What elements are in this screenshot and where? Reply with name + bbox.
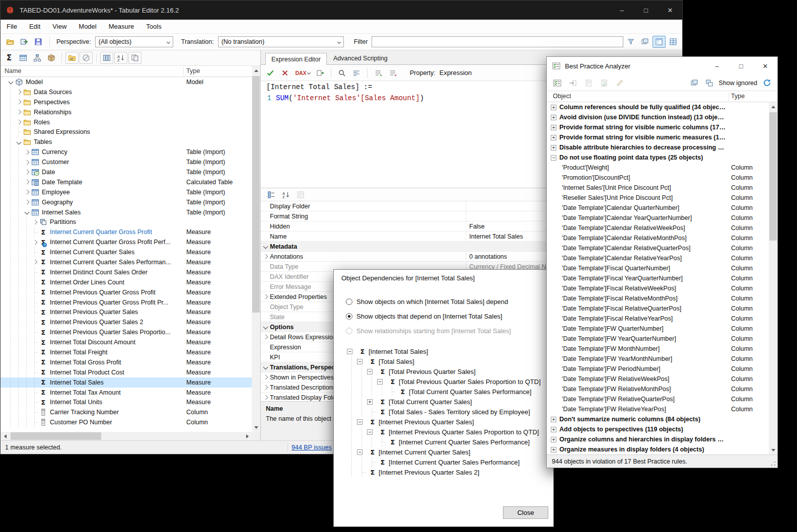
scroll-down-button[interactable]	[252, 423, 260, 432]
expand-chevron-icon[interactable]	[263, 375, 268, 380]
expand-box-icon[interactable]: +	[551, 135, 556, 140]
bpa-vertical-scrollbar[interactable]	[769, 102, 777, 454]
dependency-tree-item[interactable]: Σ[Total Current Quarter Sales Performanc…	[341, 387, 547, 397]
dependency-tree-item[interactable]: Σ[Total Sales - Sales Territory sliced b…	[341, 407, 547, 417]
open-file-button[interactable]	[4, 36, 17, 48]
dependency-option-radio[interactable]: Show objects on which [Internet Total Sa…	[346, 296, 508, 307]
bpa-object-row[interactable]: 'Promotion'[DiscountPct]Column	[547, 173, 769, 183]
save-model-button[interactable]	[32, 36, 45, 48]
tree-item[interactable]: ΣInternet Total SalesMeasure	[1, 377, 252, 388]
tree-expander[interactable]: −	[357, 359, 367, 364]
tree-item[interactable]: ΣInternet Total Gross ProfitMeasure	[1, 357, 252, 367]
bpa-close-button[interactable]: ✕	[753, 57, 777, 75]
tab-advanced-scripting[interactable]: Advanced Scripting	[328, 52, 393, 64]
manage-rules-button[interactable]	[551, 77, 564, 89]
bpa-object-row[interactable]: 'Date Template'[Fiscal QuarterNumber]Col…	[547, 263, 769, 273]
tree-item[interactable]: ΣInternet Total UnitsMeasure	[1, 398, 252, 408]
expand-chevron-icon[interactable]	[263, 294, 268, 299]
dependency-tree-item[interactable]: −Σ[Internet Previous Quarter Sales Propo…	[341, 427, 547, 437]
bpa-rule-row[interactable]: +Avoid division (use DIVIDE function ins…	[547, 112, 769, 122]
format-dax-button[interactable]	[350, 67, 363, 79]
expand-box-icon[interactable]: +	[551, 145, 556, 150]
bpa-minimize-button[interactable]: –	[705, 57, 729, 75]
menu-file[interactable]: File	[1, 20, 23, 33]
accept-changes-button[interactable]	[264, 67, 277, 79]
bp-issues-link[interactable]: 944 BP issues	[292, 444, 332, 451]
bpa-rule-row[interactable]: +Organize measures in display folders (4…	[547, 444, 769, 454]
tree-expander[interactable]	[23, 177, 31, 187]
apply-fix-button[interactable]	[598, 77, 611, 89]
new-calculated-column-button[interactable]	[17, 52, 30, 64]
new-table-button[interactable]	[45, 52, 58, 64]
tree-item[interactable]: Σ?Internet Current Quarter Gross Profit …	[1, 237, 252, 247]
tree-item[interactable]: Customer PO NumberColumn	[1, 417, 252, 427]
tree-expander[interactable]	[31, 217, 39, 227]
tab-expression-editor[interactable]: Expression Editor	[265, 53, 327, 65]
categorized-view-button[interactable]	[265, 189, 278, 201]
tree-expander[interactable]	[23, 167, 31, 177]
tree-expander[interactable]: −	[367, 429, 377, 435]
tree-item[interactable]: ΣInternet Previous Quarter SalesMeasure	[1, 307, 252, 317]
menu-model[interactable]: Model	[73, 20, 102, 33]
bpa-rule-row[interactable]: +Don't summarize numeric columns (84 obj…	[547, 414, 769, 424]
column-divider[interactable]	[728, 92, 729, 101]
show-hidden-objects-button[interactable]	[128, 52, 141, 64]
filter-input[interactable]	[372, 36, 623, 47]
bpa-object-row[interactable]: 'Date Template'[FW YearMonthNumber]Colum…	[547, 354, 769, 364]
tree-expander[interactable]: −	[347, 349, 357, 354]
expand-chevron-icon[interactable]	[263, 385, 268, 390]
expand-chevron-icon[interactable]	[263, 254, 268, 259]
find-button[interactable]	[335, 67, 348, 79]
title-bar[interactable]: TABED-DO01.AdventureWorks* - Tabular Edi…	[1, 1, 682, 20]
menu-edit[interactable]: Edit	[23, 20, 46, 33]
scrollbar-thumb[interactable]	[769, 112, 777, 241]
tree-item[interactable]: ΣInternet Previous Quarter Sales 2Measur…	[1, 317, 252, 327]
tree-item[interactable]: ΣInternet Total Discount AmountMeasure	[1, 337, 252, 347]
bpa-rule-row[interactable]: +Provide format string for visible numer…	[547, 132, 769, 142]
new-measure-button[interactable]: Σ	[3, 52, 16, 64]
dialog-title-bar[interactable]: Object Dependencies for [Internet Total …	[334, 270, 553, 286]
bpa-object-row[interactable]: 'Date Template'[FW MonthNumber]Column	[547, 344, 769, 354]
expand-box-icon[interactable]: +	[551, 115, 556, 120]
tree-expander[interactable]	[31, 237, 39, 247]
dependency-tree-item[interactable]: Σ[Internet Current Quarter Sales Perform…	[341, 437, 547, 447]
type-column-header[interactable]: Type	[731, 93, 745, 100]
bpa-object-row[interactable]: 'Date Template'[Fiscal RelativeYearPos]C…	[547, 314, 769, 324]
tree-expander[interactable]	[23, 157, 31, 167]
bpa-object-row[interactable]: 'Reseller Sales'[Unit Price Discount Pct…	[547, 193, 769, 203]
menu-measure[interactable]: Measure	[103, 20, 140, 33]
filter-results-button[interactable]	[624, 36, 637, 48]
close-dialog-button[interactable]: Close	[503, 506, 548, 519]
dependency-tree-item[interactable]: −Σ[Internet Total Sales]	[341, 346, 547, 356]
tree-expander[interactable]: −	[357, 449, 367, 455]
expand-box-icon[interactable]: +	[551, 417, 556, 422]
type-column-header[interactable]: Type	[186, 67, 200, 74]
scroll-down-button[interactable]	[769, 446, 777, 454]
tree-item[interactable]: ΣInternet Total Product CostMeasure	[1, 367, 252, 377]
tree-item[interactable]: ΣInternet Previous Quarter Gross Profit …	[1, 297, 252, 308]
resize-grip[interactable]	[771, 461, 776, 466]
tree-expander[interactable]: −	[357, 419, 367, 425]
dependency-tree-item[interactable]: −Σ[Total Sales]	[341, 356, 547, 366]
dependency-tree-item[interactable]: Σ[Internet Previous Quarter Sales 2]	[341, 467, 547, 477]
bpa-rule-row[interactable]: +Organize columns and hierarchies in dis…	[547, 434, 769, 444]
tree-item[interactable]: Roles	[1, 117, 252, 127]
bpa-column-header[interactable]: Object Type	[547, 91, 777, 102]
new-hierarchy-button[interactable]	[31, 52, 44, 64]
sort-alphabetically-button[interactable]: AZ	[114, 52, 127, 64]
bpa-object-row[interactable]: 'Date Template'[Fiscal RelativeQuarterPo…	[547, 303, 769, 314]
tree-item[interactable]: ΣInternet Total Tax AmountMeasure	[1, 388, 252, 398]
tree-item[interactable]: ΣInternet Previous Quarter Gross ProfitM…	[1, 287, 252, 297]
tree-expander[interactable]: −	[367, 369, 377, 374]
tree-expander[interactable]	[15, 87, 23, 97]
tree-expander[interactable]	[23, 207, 31, 217]
bpa-object-row[interactable]: 'Product'[Weight]Column	[547, 163, 769, 173]
deploy-model-button[interactable]	[18, 36, 31, 48]
comment-selection-button[interactable]	[372, 67, 385, 79]
bpa-object-row[interactable]: 'Date Template'[Fiscal RelativeWeekPos]C…	[547, 283, 769, 293]
dependency-option-radio[interactable]: Show relationships starting from [Intern…	[346, 326, 511, 336]
window-cascade-view-button[interactable]	[638, 36, 651, 48]
tree-item[interactable]: CurrencyTable (Import)	[1, 147, 252, 157]
dependency-tree-item[interactable]: Σ[Internet Current Quarter Sales Perform…	[341, 457, 547, 467]
column-divider[interactable]	[183, 67, 184, 75]
